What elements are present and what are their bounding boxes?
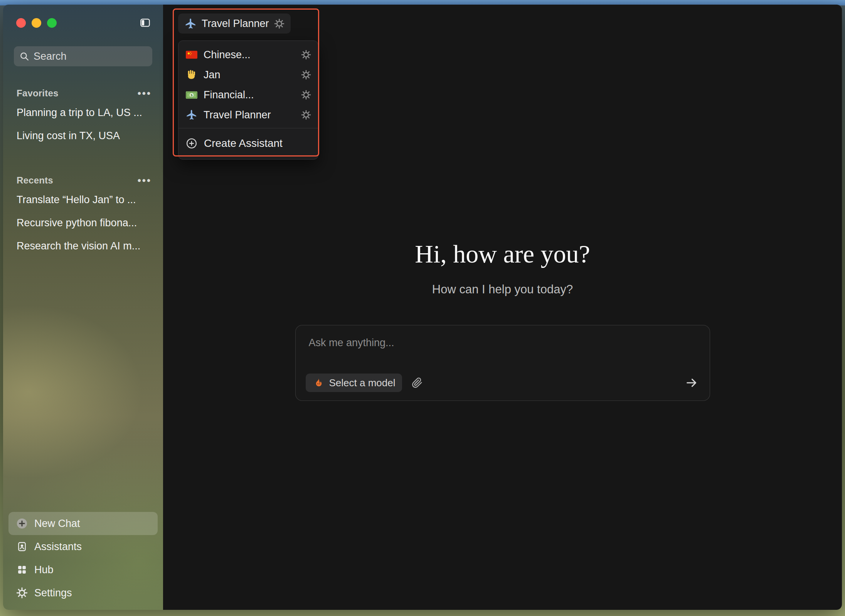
close-button[interactable] xyxy=(16,18,26,28)
settings-label: Settings xyxy=(34,587,72,599)
assistant-item-settings-icon[interactable] xyxy=(301,90,311,100)
recents-section: Recents ••• Translate “Hello Jan” to ...… xyxy=(3,173,163,258)
search-bar[interactable] xyxy=(14,46,152,66)
message-input[interactable] xyxy=(309,337,697,349)
chat-item[interactable]: Research the vision AI m... xyxy=(3,234,163,258)
greeting-subtitle: How can I help you today? xyxy=(432,283,573,296)
zoom-button[interactable] xyxy=(47,18,57,28)
assistant-name: Travel Planner xyxy=(202,18,269,30)
new-chat-button[interactable]: New Chat xyxy=(8,512,158,535)
assistants-button[interactable]: Assistants xyxy=(8,535,158,558)
assistant-item-settings-icon[interactable] xyxy=(301,110,311,120)
assistant-menu-item[interactable]: Chinese... xyxy=(178,45,318,65)
main-panel: Travel Planner Chinese... Jan xyxy=(163,5,842,610)
paperclip-icon xyxy=(411,377,423,389)
message-composer[interactable]: Select a model xyxy=(295,325,710,401)
model-select-button[interactable]: Select a model xyxy=(306,374,402,392)
model-provider-icon xyxy=(313,377,324,389)
sidebar-sections: Favorites ••• Planning a trip to LA, US … xyxy=(3,66,163,512)
assistant-menu-item[interactable]: Travel Planner xyxy=(178,105,318,125)
plus-circle-icon xyxy=(185,137,198,150)
welcome-area: Hi, how are you? How can I help you toda… xyxy=(163,241,842,401)
assistants-label: Assistants xyxy=(34,541,82,553)
assistant-item-settings-icon[interactable] xyxy=(301,70,311,80)
airplane-icon xyxy=(185,109,198,121)
grid-icon xyxy=(16,564,28,576)
sidebar: Favorites ••• Planning a trip to LA, US … xyxy=(3,5,163,610)
assistant-item-settings-icon[interactable] xyxy=(301,50,311,60)
dollar-banknote-icon xyxy=(185,89,198,101)
hub-label: Hub xyxy=(34,564,54,576)
search-input[interactable] xyxy=(34,50,170,62)
minimize-button[interactable] xyxy=(32,18,41,28)
china-flag-icon xyxy=(185,49,198,61)
assistant-settings-icon[interactable] xyxy=(274,19,284,29)
window-controls xyxy=(16,18,57,28)
assistant-menu-item[interactable]: Financial... xyxy=(178,85,318,105)
app-window: Favorites ••• Planning a trip to LA, US … xyxy=(3,5,842,610)
recents-label: Recents xyxy=(17,175,53,186)
chat-item[interactable]: Translate “Hello Jan” to ... xyxy=(3,188,163,211)
waving-hand-icon xyxy=(185,69,198,81)
airplane-icon xyxy=(184,17,197,30)
attach-button[interactable] xyxy=(411,377,423,389)
chat-item[interactable]: Recursive python fibona... xyxy=(3,211,163,234)
hub-button[interactable]: Hub xyxy=(8,558,158,581)
settings-button[interactable]: Settings xyxy=(8,581,158,604)
menu-divider xyxy=(178,128,318,128)
chat-item[interactable]: Planning a trip to LA, US ... xyxy=(3,101,163,124)
favorites-label: Favorites xyxy=(17,88,59,99)
composer-toolbar: Select a model xyxy=(306,374,698,392)
assistant-selector[interactable]: Travel Planner xyxy=(178,13,291,34)
assistant-menu: Chinese... Jan Financial... xyxy=(178,40,318,160)
favorites-section: Favorites ••• Planning a trip to LA, US … xyxy=(3,86,163,147)
search-icon xyxy=(19,51,29,61)
chat-item[interactable]: Living cost in TX, USA xyxy=(3,124,163,147)
create-assistant-button[interactable]: Create Assistant xyxy=(178,131,318,155)
assistant-badge-icon xyxy=(16,541,28,552)
gear-icon xyxy=(16,587,28,599)
assistant-menu-item[interactable]: Jan xyxy=(178,65,318,85)
plus-icon xyxy=(16,518,28,529)
sidebar-footer: New Chat Assistants Hub Settings xyxy=(3,512,163,610)
send-button[interactable] xyxy=(685,376,698,389)
recents-more-button[interactable]: ••• xyxy=(138,175,151,185)
sidebar-toggle-icon[interactable] xyxy=(138,17,151,29)
greeting-title: Hi, how are you? xyxy=(415,241,590,267)
arrow-right-icon xyxy=(685,376,698,389)
titlebar xyxy=(3,5,163,29)
new-chat-label: New Chat xyxy=(34,518,80,530)
favorites-more-button[interactable]: ••• xyxy=(138,88,151,98)
model-select-label: Select a model xyxy=(329,377,396,389)
